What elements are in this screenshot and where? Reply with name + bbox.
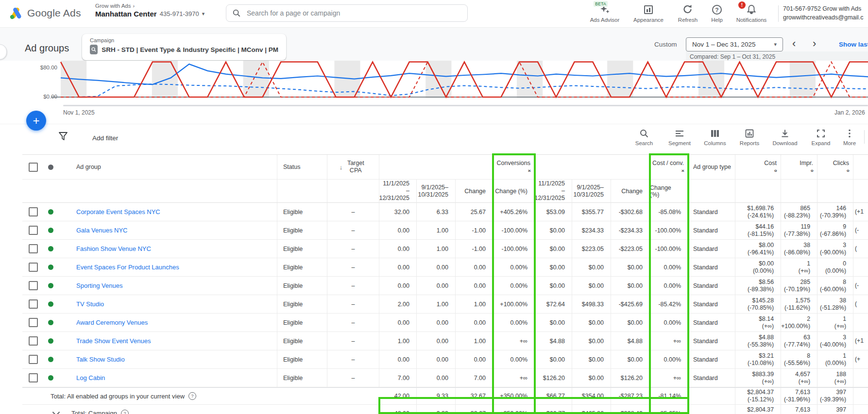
search-icon [232, 9, 241, 17]
date-range-picker[interactable]: Nov 1 – Dec 31, 2025 ▾ [686, 37, 783, 51]
overflow-cell-line: ( [855, 300, 857, 308]
toolbar-action-columns[interactable]: Columns [698, 129, 732, 146]
nav-label: Notifications [736, 17, 767, 23]
ad-group-type-cell: Standard [688, 314, 735, 331]
ad-group-link[interactable]: Award Ceremony Venues [61, 319, 148, 326]
row-checkbox[interactable] [29, 226, 38, 235]
col-clicks[interactable]: Clicks ‹› [817, 155, 853, 179]
nav-ads-advisor[interactable]: BETA Ads Advisor [584, 4, 626, 23]
x-axis-start-label: Nov 1, 2025 [63, 109, 95, 116]
global-search[interactable] [226, 4, 468, 22]
col-cost-change-pct[interactable]: Change (%) [650, 180, 688, 203]
chart-plot-area[interactable] [0, 61, 868, 103]
date-next-button[interactable]: › [813, 35, 816, 52]
enabled-status-dot [48, 338, 53, 344]
row-checkbox[interactable] [29, 355, 38, 364]
row-checkbox[interactable] [29, 244, 38, 253]
impr-cell: 119(-77.38%) [781, 221, 817, 239]
enabled-status-dot [48, 301, 53, 307]
col-target-cpa[interactable]: ↓ Target CPA [327, 155, 379, 179]
ad-group-link[interactable]: Corporate Event Spaces NYC [61, 208, 160, 215]
ad-group-link[interactable]: Sporting Venues [61, 282, 122, 289]
search-input[interactable] [246, 9, 461, 17]
help-circle-icon[interactable]: ? [121, 410, 129, 414]
add-ad-group-fab[interactable]: + [26, 111, 46, 131]
account-name[interactable]: Manhattan Center [95, 10, 157, 18]
toolbar-action-more[interactable]: More [833, 129, 867, 146]
row-checkbox[interactable] [29, 299, 38, 309]
toolbar-action-segment[interactable]: Segment [663, 129, 697, 146]
chart-timeline-slider[interactable] [63, 105, 868, 106]
cost-conv-change-cell: $0.00 [611, 277, 650, 295]
caret-down-icon[interactable]: ▾ [202, 11, 205, 17]
col-conv-change-pct[interactable]: Change (%) [493, 180, 535, 203]
breadcrumb-parent[interactable]: Grow with Ads [95, 3, 131, 9]
status-filter-dot[interactable] [48, 165, 53, 170]
collapse-columns-icon[interactable]: ›‹ [528, 167, 530, 174]
ad-group-link[interactable]: Log Cabin [61, 374, 105, 381]
row-status-dot-cell [41, 258, 61, 276]
nav-label: Help [711, 17, 723, 23]
row-checkbox[interactable] [29, 263, 38, 272]
row-checkbox[interactable] [29, 373, 38, 382]
col-cost-change[interactable]: Change [611, 180, 650, 203]
col-conv-previous-range[interactable]: 9/1/2025– 10/31/2025 [417, 180, 456, 203]
nav-appearance[interactable]: Appearance [628, 4, 669, 23]
select-all-checkbox[interactable] [29, 163, 38, 172]
enabled-status-dot [48, 375, 53, 381]
col-conv-change[interactable]: Change [456, 180, 493, 203]
cost-conv-change-pct-cell: -85.08% [650, 203, 688, 221]
impr-cell-line: (+100.00%) [781, 323, 810, 330]
toolbar-action-download[interactable]: Download [768, 129, 802, 146]
total-cost-cell-line: $2,804.37 [747, 406, 774, 414]
google-ads-logo[interactable]: Google Ads [9, 6, 81, 20]
row-checkbox[interactable] [29, 318, 38, 327]
row-checkbox[interactable] [29, 336, 38, 346]
campaign-scope-chip[interactable]: Campaign SRH - STD | Event Type & Indust… [82, 34, 286, 60]
cost-conv-subcols-spacer [535, 155, 650, 179]
col-cost-previous-range[interactable]: 9/1/2025– 10/31/2025 [572, 180, 611, 203]
date-prev-button[interactable]: ‹ [792, 35, 796, 52]
toolbar-action-search[interactable]: Search [627, 129, 661, 146]
col-status[interactable]: Status [277, 155, 327, 179]
col-ad-group-type[interactable]: Ad group type [688, 155, 735, 179]
collapse-columns-icon[interactable]: ›‹ [681, 167, 684, 174]
col-group-cost-conv[interactable]: Cost / conv. ›‹ [650, 155, 688, 179]
ad-group-link[interactable]: Trade Show Event Venues [61, 337, 151, 345]
ad-group-link[interactable]: Event Spaces For Product Launches [61, 264, 179, 271]
col-ad-group[interactable]: Ad group [61, 155, 277, 179]
ad-group-link[interactable]: Fashion Show Venue NYC [61, 245, 151, 252]
expand-columns-icon[interactable]: ‹› [774, 167, 777, 174]
help-circle-icon[interactable]: ? [188, 392, 196, 400]
col-impr[interactable]: Impr. ‹› [781, 155, 817, 179]
cost-conv-previous-cell: $0.00 [572, 350, 611, 368]
ad-group-link[interactable]: TV Studio [61, 300, 104, 308]
show-last-link[interactable]: Show last 30 [839, 41, 868, 48]
expand-chevron-icon[interactable] [52, 409, 60, 414]
ad-group-link[interactable]: Talk Show Studio [61, 356, 125, 363]
col-cost[interactable]: Cost ‹› [735, 155, 781, 179]
total-cost-conv-change-cell: -$287.23 [611, 388, 650, 404]
expand-columns-icon[interactable]: ‹› [811, 167, 813, 174]
target-cpa-cell: – [327, 369, 379, 387]
total-conv-change-pct-cell: +350.00% [493, 405, 535, 414]
col-conv-current-range[interactable]: 11/1/2025 – 12/31/2025 [379, 180, 417, 203]
row-checkbox[interactable] [29, 281, 38, 290]
add-filter-button[interactable]: Add filter [92, 134, 118, 142]
nav-notifications[interactable]: ! Notifications [731, 4, 772, 23]
total-overflow-cell [853, 405, 868, 414]
ad-group-link[interactable]: Gala Venues NYC [61, 227, 128, 234]
toolbar-action-label: Expand [811, 140, 830, 146]
col-cost-current-range[interactable]: 11/1/2025 – 12/31/2025 [535, 180, 572, 203]
conv-current-cell: 1.00 [379, 332, 417, 350]
conv-change-pct-cell: +∞ [493, 332, 535, 350]
cost-cell-line: $883.39 [752, 371, 774, 378]
clicks-cell-line: (-67.86%) [820, 231, 846, 238]
toolbar-action-reports[interactable]: Reports [732, 129, 766, 146]
expand-columns-icon[interactable]: ‹› [847, 167, 849, 174]
date-line: 9/1/2025– [421, 184, 448, 191]
account-info[interactable]: 701-567-9752 Grow with Ads growwithcreat… [783, 4, 864, 22]
row-checkbox[interactable] [29, 207, 38, 216]
col-group-conversions[interactable]: Conversions ›‹ [493, 155, 535, 179]
account-breadcrumb[interactable]: Grow with Ads › Manhattan Center 435-971… [95, 3, 204, 18]
